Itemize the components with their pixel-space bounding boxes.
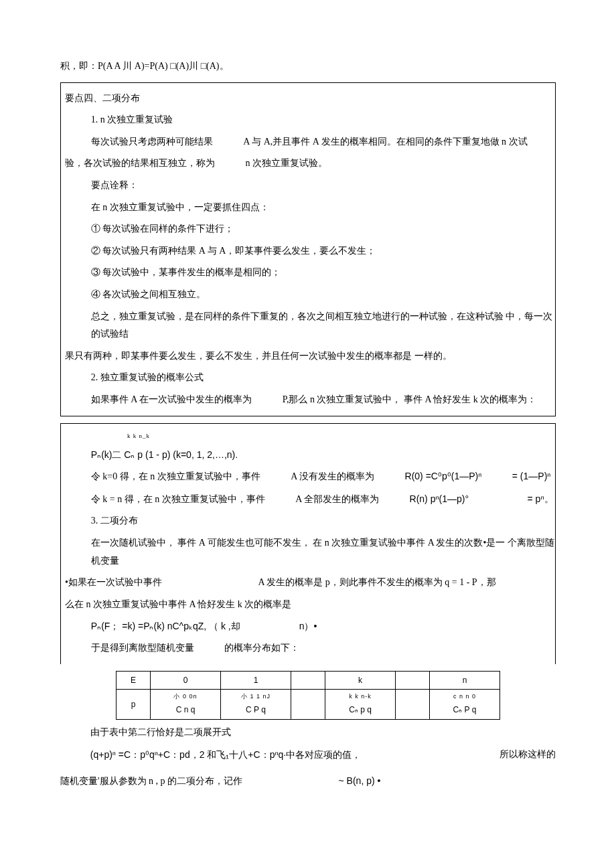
cell: k k n-k Cₙ p q [325,690,396,720]
text: k k n-k [331,691,390,702]
text: Cₙ P q [453,705,477,714]
para: 由于表中第二行恰好是二项展开式 [60,724,556,742]
text: c n n 0 [435,691,494,702]
page-body: 积，即：P(A A 川 A)=P(A) □(A)川 □(A)。 要点四、二项分布… [0,0,616,822]
item-2: ② 每次试验只有两种结果 A 与 A，即某事件要么发生，要么不发生； [61,242,555,260]
cell: p [117,690,151,720]
text: 令 k=0 得，在 n 次独立重复试验中，事件 [91,471,260,481]
text: Pₙ(F； =k) =Pₙ(k) nC^pₖqZ, （ k ,却 [91,621,240,631]
item-1: ① 每次试验在同样的条件下进行； [61,220,555,238]
para: 总之，独立重复试验，是在同样的条件下重复的，各次之间相互独立地进行的一种试验，在… [61,308,555,343]
para: 随机变量'服从参数为 n , p 的二项分布，记作 ~ B(n, p) • [60,772,556,791]
text: Cₙ p q [349,705,372,714]
sub-1: 1. n 次独立重复试验 [61,111,555,129]
cell: E [117,671,151,690]
cell [291,690,325,720]
para: •如果在一次试验中事件 A 发生的概率是 p，则此事件不发生的概率为 q = 1… [61,574,555,592]
para: 每次试验只考虑两种可能结果 A 与 A,并且事件 A 发生的概率相同。在相同的条… [61,133,555,151]
text: 令 k = n 得，在 n 次独立重复试验中，事件 [91,494,265,504]
item-3: ③ 每次试验中，某事件发生的概率是相同的； [61,264,555,282]
table-row: p 小 0 0n C n q 小 1 1 nJ C P q k k n-k Cₙ… [117,690,500,720]
item-4: ④ 各次试验之间相互独立。 [61,286,555,304]
text: 如果事件 A 在一次试验中发生的概率为 [91,394,252,404]
text: C n q [176,705,196,714]
text: 所以称这样的 [499,746,556,764]
para: 验，各次试验的结果相互独立，称为 n 次独立重复试验。 [61,155,555,173]
cell [291,671,325,690]
text: 的概率分布如下： [224,643,299,653]
text: 小 1 1 nJ [226,691,285,702]
text: = pⁿ。 [528,493,554,504]
para: 令 k = n 得，在 n 次独立重复试验中，事件 A 全部发生的概率为 R(n… [61,490,555,509]
cell: 0 [151,671,221,690]
text: A 与 A,并且事件 A 发生的概率相同。在相同的条件下重复地做 n 次试 [243,137,527,147]
text: A 发生的概率是 p，则此事件不发生的概率为 q = 1 - P，那 [258,577,495,587]
top-formula: 积，即：P(A A 川 A)=P(A) □(A)川 □(A)。 [60,58,556,76]
text: (q+p)ⁿ =C：p⁰qⁿ+C：pd，2 和飞₁十八+C：pⁿq·中各对应项的… [90,749,361,760]
table-row: E 0 1 k n [117,671,500,690]
text: •如果在一次试验中事件 [65,577,162,587]
heading-point-4: 要点四、二项分布 [61,90,555,108]
text: 于是得到离散型随机变量 [91,643,194,653]
para: 在 n 次独立重复试验中，一定要抓住四点： [61,199,555,217]
distribution-table: E 0 1 k n p 小 0 0n C n q 小 1 1 nJ C P q … [116,671,500,720]
text: ~ B(n, p) • [339,775,381,786]
para: 如果事件 A 在一次试验中发生的概率为 P,那么 n 次独立重复试验中， 事件 … [61,391,555,409]
text: = (1—P)ⁿ [512,471,551,481]
cell: 1 [221,671,291,690]
text: A 没有发生的概率为 [291,471,374,481]
cell [396,671,430,690]
text: n 次独立重复试验。 [246,158,328,168]
para: (q+p)ⁿ =C：p⁰qⁿ+C：pd，2 和飞₁十八+C：pⁿq·中各对应项的… [60,746,556,765]
para: 么在 n 次独立重复试验中事件 A 恰好发生 k 次的概率是 [61,596,555,614]
formula-pnk2: Pₙ(F； =k) =Pₙ(k) nC^pₖqZ, （ k ,却 n）• [61,617,555,635]
para: 于是得到离散型随机变量 的概率分布如下： [61,639,555,657]
text: R(0) =C⁰p⁰(1—P)ⁿ [405,471,482,481]
cell: k [325,671,396,690]
sub-3: 3. 二项分布 [61,512,555,530]
cell [396,690,430,720]
sub-2: 2. 独立重复试验的概率公式 [61,369,555,387]
text: C P q [246,705,266,714]
text: 随机变量'服从参数为 n , p 的二项分布，记作 [60,776,242,786]
text: 每次试验只考虑两种可能结果 [91,137,213,147]
text: 小 0 0n [156,691,215,702]
cell: c n n 0 Cₙ P q [430,690,500,720]
formula-sup: k k n_k [61,431,555,442]
text: P,那么 n 次独立重复试验中， 事件 A 恰好发生 k 次的概率为： [283,394,537,404]
text: A 全部发生的概率为 [295,494,379,504]
formula-pnk: Pₙ(k)二 Cₙ p (1 - p) (k=0, 1, 2,…,n). [61,446,555,464]
text: 验，各次试验的结果相互独立，称为 [65,158,215,168]
para: 在一次随机试验中， 事件 A 可能发生也可能不发生， 在 n 次独立重复试验中事… [61,534,555,570]
section-box-1: 要点四、二项分布 1. n 次独立重复试验 每次试验只考虑两种可能结果 A 与 … [60,82,556,416]
para: 要点诠释： [61,177,555,195]
cell: 小 1 1 nJ C P q [221,690,291,720]
para: 令 k=0 得，在 n 次独立重复试验中，事件 A 没有发生的概率为 R(0) … [61,467,555,486]
section-box-2: k k n_k Pₙ(k)二 Cₙ p (1 - p) (k=0, 1, 2,…… [60,423,556,664]
cell: n [430,671,500,690]
text: n）• [299,621,317,631]
cell: 小 0 0n C n q [151,690,221,720]
para: 果只有两种，即某事件要么发生，要么不发生，并且任何一次试验中发生的概率都是 一样… [61,347,555,366]
text: R(n) pⁿ(1—p)° [410,493,469,504]
